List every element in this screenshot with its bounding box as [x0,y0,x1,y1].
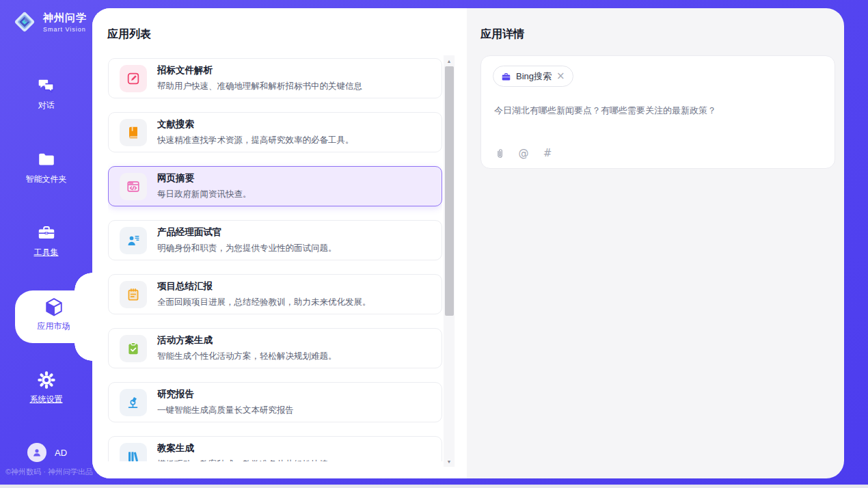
chat-icon [0,77,92,96]
sidebar-item-settings[interactable]: 系统设置 [0,370,92,405]
sidebar-item-label: 工具集 [0,247,92,258]
interviewer-icon [126,233,141,248]
app-icon-frame [120,65,147,92]
app-card-desc: 快速精准查找学术资源，提高研究效率的必备工具。 [157,135,354,146]
app-card-literature-search[interactable]: 文献搜索 快速精准查找学术资源，提高研究效率的必备工具。 [108,112,442,152]
user-avatar-icon [27,443,46,462]
app-card-title: 教案生成 [157,442,328,455]
brand-name: 神州问学 [43,12,87,23]
app-list-panel: 应用列表 招标文件解析 帮助用户快速、准确地理解和解析招标书中的关键信息 [92,8,467,478]
scrollbar-thumb[interactable] [445,66,454,316]
app-icon-frame [120,227,147,254]
close-icon[interactable]: × [556,71,565,81]
sidebar-item-label: 智能文件夹 [0,174,92,185]
scrollbar-track[interactable]: ▲ ▼ [444,55,455,467]
app-card-lesson-plan[interactable]: 教案生成 模板驱动，教案秒成，教学准备从此轻松快捷 [108,436,442,461]
app-card-desc: 帮助用户快速、准确地理解和解析招标书中的关键信息 [157,81,362,92]
app-icon-frame [120,119,147,146]
user-name: AD [55,448,67,458]
app-card-desc: 明确身份和职责，为您提供专业性的面试问题。 [157,243,337,254]
query-composer[interactable]: Bing搜索 × 今日湖北有哪些新闻要点？有哪些需要关注的最新政策？ @ # [480,55,835,169]
sidebar-item-label: 应用市场 [15,321,92,332]
sidebar-item-label: 系统设置 [0,394,92,405]
app-card-tender-parse[interactable]: 招标文件解析 帮助用户快速、准确地理解和解析招标书中的关键信息 [108,58,442,98]
research-report-icon [126,395,141,410]
folder-icon [0,150,92,170]
app-card-desc: 模板驱动，教案秒成，教学准备从此轻松快捷 [157,459,328,461]
briefcase-icon [501,70,511,83]
user-account[interactable]: AD [27,443,67,462]
webpage-summary-icon [126,179,141,194]
toolbox-icon [0,223,92,243]
logo-diamond-icon [11,8,38,36]
app-card-title: 项目总结汇报 [157,280,371,293]
app-card-title: 活动方案生成 [157,334,337,347]
app-detail-title: 应用详情 [480,27,524,42]
app-detail-panel: 应用详情 Bing搜索 × 今日湖北有哪些新闻要点？有哪些需要关注的最新政策？ … [467,8,844,478]
paperclip-icon[interactable] [493,146,506,160]
brand-subtitle: Smart Vision [43,26,87,33]
lesson-books-icon [126,449,141,462]
sidebar-item-label: 对话 [0,100,92,111]
copyright-footer: ©神州数码 · 神州问学出品 [5,467,93,477]
gear-icon [0,370,92,390]
plan-clipboard-icon [126,341,141,356]
tender-doc-icon [126,71,141,86]
query-input[interactable]: 今日湖北有哪些新闻要点？有哪些需要关注的最新政策？ [494,104,815,118]
app-icon-frame [120,389,147,416]
app-window: 神州问学 Smart Vision 对话 智能文件夹 工具集 应用市场 系统设置 [0,0,868,488]
active-tab-curve-bottom [74,343,92,362]
app-card-project-summary[interactable]: 项目总结汇报 全面回顾项目进展，总结经验教训，助力未来优化发展。 [108,274,442,314]
brand: 神州问学 Smart Vision [11,8,87,36]
bottom-edge-divider [0,485,868,488]
app-card-desc: 智能生成个性化活动方案，轻松解决规划难题。 [157,351,337,362]
app-card-title: 招标文件解析 [157,64,362,77]
hash-icon[interactable]: # [541,146,554,160]
scroll-up-icon[interactable]: ▲ [444,55,455,66]
app-icon-frame [120,335,147,362]
mention-icon[interactable]: @ [517,146,530,160]
app-card-pm-interviewer[interactable]: 产品经理面试官 明确身份和职责，为您提供专业性的面试问题。 [108,220,442,260]
app-card-desc: 每日政府新闻资讯快查。 [157,189,252,200]
app-list-scroll-area: 招标文件解析 帮助用户快速、准确地理解和解析招标书中的关键信息 文献搜索 快速精… [108,55,442,461]
app-card-desc: 全面回顾项目进展，总结经验教训，助力未来优化发展。 [157,297,371,308]
app-icon-frame [120,173,147,200]
main-content: 应用列表 招标文件解析 帮助用户快速、准确地理解和解析招标书中的关键信息 [92,8,844,478]
sidebar-item-toolset[interactable]: 工具集 [0,223,92,258]
app-card-title: 文献搜索 [157,118,354,131]
tool-tag-bing-search[interactable]: Bing搜索 × [493,66,573,87]
app-card-research-report[interactable]: 研究报告 一键智能生成高质量长文本研究报告 [108,382,442,422]
app-card-title: 产品经理面试官 [157,226,337,239]
sidebar-item-app-market[interactable]: 应用市场 [15,290,92,343]
app-icon-frame [120,443,147,462]
app-list-title: 应用列表 [107,27,151,42]
cube-icon [15,296,92,321]
sidebar-item-smart-folder[interactable]: 智能文件夹 [0,150,92,185]
literature-book-icon [126,125,141,140]
app-icon-frame [120,281,147,308]
tool-tag-label: Bing搜索 [516,70,552,83]
active-tab-curve-top [74,271,92,290]
app-card-event-plan[interactable]: 活动方案生成 智能生成个性化活动方案，轻松解决规划难题。 [108,328,442,368]
app-card-webpage-summary[interactable]: 网页摘要 每日政府新闻资讯快查。 [108,166,442,206]
sidebar-item-chat[interactable]: 对话 [0,77,92,111]
summary-notepad-icon [126,287,141,302]
app-card-title: 网页摘要 [157,172,252,185]
app-card-title: 研究报告 [157,388,294,401]
app-card-desc: 一键智能生成高质量长文本研究报告 [157,405,294,416]
scroll-down-icon[interactable]: ▼ [444,456,455,467]
sidebar: 神州问学 Smart Vision 对话 智能文件夹 工具集 应用市场 系统设置 [0,0,92,488]
